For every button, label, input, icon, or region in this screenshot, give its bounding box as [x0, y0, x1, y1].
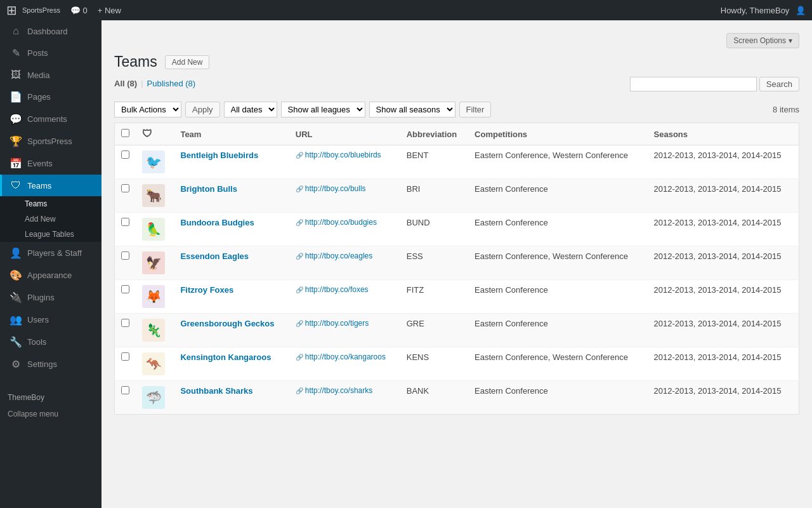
new-content-link[interactable]: + New [98, 6, 121, 15]
team-name-link[interactable]: Kensington Kangaroos [180, 352, 271, 362]
players-icon: 👤 [10, 247, 22, 259]
team-name-link[interactable]: Brighton Bulls [180, 184, 237, 194]
bulk-actions-select[interactable]: Bulk Actions [114, 102, 181, 117]
sidebar-item-tools[interactable]: 🔧 Tools [0, 331, 102, 353]
row-checkbox[interactable] [121, 386, 129, 394]
sidebar-item-media[interactable]: 🖼 Media [0, 64, 102, 86]
team-name-link[interactable]: Southbank Sharks [180, 386, 252, 396]
row-checkbox[interactable] [121, 285, 129, 293]
team-icon: 🦈 [142, 386, 165, 409]
team-url-link[interactable]: 🔗 http://tboy.co/budgies [296, 218, 394, 227]
external-link-icon: 🔗 [296, 219, 303, 226]
team-icon-cell: 🐦 [136, 145, 174, 179]
team-name-link[interactable]: Bundoora Budgies [180, 218, 254, 227]
team-name-link[interactable]: Greensborough Geckos [180, 319, 274, 328]
leagues-filter-select[interactable]: Show all leagues [281, 102, 365, 117]
sidebar-item-plugins[interactable]: 🔌 Plugins [0, 286, 102, 309]
row-checkbox-cell [115, 213, 136, 246]
screen-options-button[interactable]: Screen Options ▾ [726, 33, 799, 48]
sidebar-item-events[interactable]: 📅 Events [0, 152, 102, 175]
search-button[interactable]: Search [759, 77, 799, 91]
row-checkbox[interactable] [121, 352, 129, 361]
submenu-item-league-tables[interactable]: League Tables [0, 227, 102, 242]
seasons-column-header: Seasons [648, 123, 799, 145]
collapse-menu[interactable]: Collapse menu [0, 407, 102, 421]
themeboy-link[interactable]: ThemeBoy [0, 388, 102, 407]
submenu-item-add-new[interactable]: Add New [0, 211, 102, 227]
team-icon-cell: 🦎 [136, 314, 174, 347]
team-abbreviation-cell: ESS [400, 246, 468, 280]
team-icon-cell: 🐂 [136, 179, 174, 213]
row-checkbox[interactable] [121, 184, 129, 192]
sidebar-item-comments[interactable]: 💬 Comments [0, 108, 102, 130]
tools-icon: 🔧 [10, 336, 22, 348]
team-icon-cell: 🦘 [136, 347, 174, 381]
team-name-link[interactable]: Essendon Eagles [180, 251, 249, 261]
teams-table: 🛡 Team URL Abbreviation Competitions Sea… [114, 123, 799, 415]
sidebar-item-users[interactable]: 👥 Users [0, 309, 102, 331]
team-icon-cell: 🦊 [136, 280, 174, 314]
row-checkbox-cell [115, 145, 136, 179]
filter-tab-all[interactable]: All (8) [114, 79, 137, 88]
submenu-item-teams[interactable]: Teams [0, 196, 102, 211]
filter-button[interactable]: Filter [459, 102, 492, 117]
sidebar-item-teams[interactable]: 🛡 Teams [0, 175, 102, 196]
sidebar-item-pages[interactable]: 📄 Pages [0, 86, 102, 108]
dates-filter-select[interactable]: All dates [224, 102, 277, 117]
row-checkbox[interactable] [121, 251, 129, 260]
filter-tab-published[interactable]: Published (8) [147, 79, 196, 88]
team-name-cell: Greensborough Geckos [174, 314, 289, 347]
team-competitions-cell: Eastern Conference [468, 213, 647, 246]
team-name-cell: Kensington Kangaroos [174, 347, 289, 381]
submenu-label-add-new: Add New [25, 215, 56, 224]
sidebar-item-sportspress[interactable]: 🏆 SportsPress [0, 130, 102, 152]
page-header: Teams Add New [114, 53, 799, 70]
team-url-link[interactable]: 🔗 http://tboy.co/bluebirds [296, 150, 394, 159]
sidebar-item-dashboard[interactable]: ⌂ Dashboard [0, 20, 102, 42]
sidebar-item-posts[interactable]: ✎ Posts [0, 42, 102, 64]
sidebar-label-settings: Settings [27, 359, 57, 369]
pages-icon: 📄 [10, 91, 22, 103]
row-checkbox[interactable] [121, 319, 129, 327]
team-name-link[interactable]: Bentleigh Bluebirds [180, 150, 258, 160]
search-input[interactable] [630, 77, 757, 91]
seasons-filter-select[interactable]: Show all seasons [369, 102, 455, 117]
wp-logo[interactable]: ⊞ [6, 3, 17, 18]
submenu-label-league-tables: League Tables [25, 230, 74, 239]
users-icon: 👥 [10, 314, 22, 326]
team-name-link[interactable]: Fitzroy Foxes [180, 285, 233, 295]
row-checkbox[interactable] [121, 218, 129, 226]
team-url-link[interactable]: 🔗 http://tboy.co/bulls [296, 184, 394, 193]
add-new-button[interactable]: Add New [165, 55, 210, 69]
team-url-link[interactable]: 🔗 http://tboy.co/sharks [296, 386, 394, 395]
table-row: 🦊 Fitzroy Foxes 🔗 http://tboy.co/foxes F… [115, 280, 799, 314]
team-url-link[interactable]: 🔗 http://tboy.co/eagles [296, 251, 394, 260]
team-url-link[interactable]: 🔗 http://tboy.co/kangaroos [296, 352, 394, 361]
team-name-cell: Brighton Bulls [174, 179, 289, 213]
site-name[interactable]: SportsPress [22, 6, 60, 14]
sidebar-item-players[interactable]: 👤 Players & Staff [0, 242, 102, 264]
team-abbreviation-cell: BRI [400, 179, 468, 213]
team-url-link[interactable]: 🔗 http://tboy.co/foxes [296, 285, 394, 294]
sidebar-item-appearance[interactable]: 🎨 Appearance [0, 264, 102, 286]
row-checkbox-cell [115, 314, 136, 347]
media-icon: 🖼 [10, 69, 22, 81]
select-all-checkbox[interactable] [121, 129, 129, 137]
team-competitions-cell: Eastern Conference [468, 381, 647, 415]
sidebar: ⌂ Dashboard ✎ Posts 🖼 Media 📄 Pages 💬 Co… [0, 20, 102, 508]
row-checkbox[interactable] [121, 150, 129, 159]
team-competitions-cell: Eastern Conference [468, 314, 647, 347]
sidebar-label-media: Media [27, 70, 49, 80]
team-seasons-cell: 2012-2013, 2013-2014, 2014-2015 [648, 314, 799, 347]
team-name-cell: Southbank Sharks [174, 381, 289, 415]
sidebar-item-settings[interactable]: ⚙ Settings [0, 353, 102, 375]
select-all-header [115, 123, 136, 145]
team-seasons-cell: 2012-2013, 2013-2014, 2014-2015 [648, 213, 799, 246]
team-url-link[interactable]: 🔗 http://tboy.co/tigers [296, 319, 394, 328]
user-avatar-link[interactable]: 👤 [796, 6, 806, 15]
abbreviation-column-header: Abbreviation [400, 123, 468, 145]
teams-icon: 🛡 [10, 180, 22, 191]
icon-column-header: 🛡 [136, 123, 174, 145]
comments-link[interactable]: 💬 0 [70, 6, 88, 15]
apply-button[interactable]: Apply [185, 102, 220, 117]
